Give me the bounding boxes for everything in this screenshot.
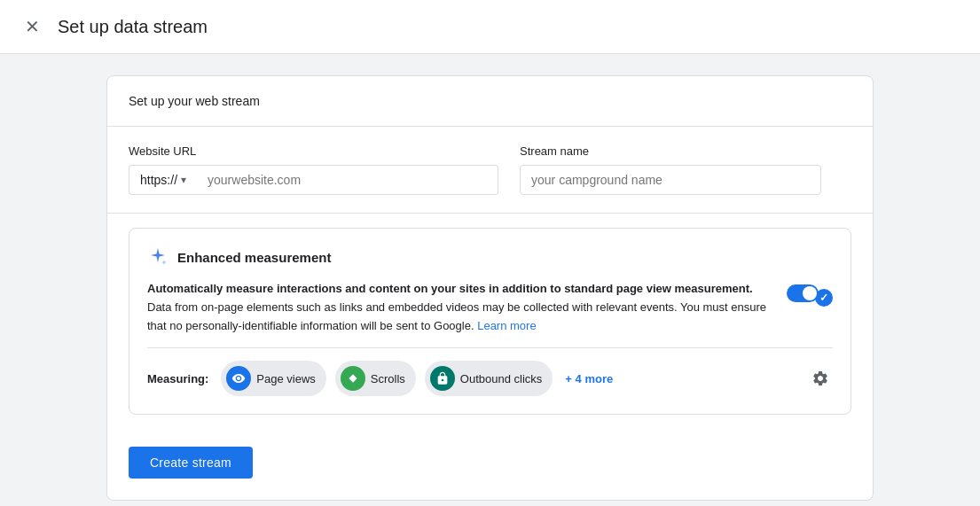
chip-page-views: Page views [221, 361, 325, 396]
chip-label-outbound-clicks: Outbound clicks [460, 372, 543, 385]
chip-scrolls: Scrolls [335, 361, 416, 396]
chip-label-page-views: Page views [256, 372, 315, 385]
url-input[interactable] [197, 165, 498, 195]
chip-outbound-clicks: Outbound clicks [425, 361, 553, 396]
card-section-label: Set up your web stream [107, 76, 873, 127]
stream-name-label: Stream name [520, 144, 821, 158]
enhanced-toggle[interactable] [787, 284, 819, 302]
chip-label-scrolls: Scrolls [371, 372, 405, 385]
url-field-row: https:// ▾ [129, 165, 498, 195]
protocol-value: https:// [140, 173, 177, 187]
card-footer: Create stream [107, 429, 873, 500]
enhanced-title: Enhanced measurement [177, 250, 331, 265]
settings-gear-button[interactable] [808, 366, 833, 391]
page-header: ✕ Set up data stream [0, 0, 980, 54]
measuring-label: Measuring: [147, 372, 208, 385]
page-title: Set up data stream [58, 17, 208, 37]
enhanced-description: Automatically measure interactions and c… [147, 280, 772, 335]
protocol-select[interactable]: https:// ▾ [129, 165, 197, 195]
website-url-label: Website URL [129, 144, 498, 158]
create-stream-button[interactable]: Create stream [129, 447, 253, 479]
main-content: Set up your web stream Website URL https… [0, 54, 980, 506]
setup-card: Set up your web stream Website URL https… [106, 75, 874, 501]
enhanced-desc-line2: Data from on-page elements such as links… [147, 300, 766, 332]
enhanced-measurement-section: Enhanced measurement Automatically measu… [129, 228, 851, 415]
enhanced-body: Automatically measure interactions and c… [147, 280, 833, 335]
sparkle-icon [147, 246, 169, 268]
stream-name-group: Stream name [520, 144, 821, 195]
stream-name-input[interactable] [520, 165, 821, 195]
outbound-clicks-icon [430, 366, 455, 391]
measuring-row: Measuring: Page views Scr [147, 361, 833, 396]
toggle-thumb [803, 286, 817, 300]
website-url-group: Website URL https:// ▾ [129, 144, 498, 195]
toggle-container: ✓ [787, 280, 833, 307]
scrolls-icon [341, 366, 365, 391]
enhanced-header: Enhanced measurement [147, 246, 833, 268]
page-views-icon [226, 366, 251, 391]
enhanced-desc-line1: Automatically measure interactions and c… [147, 282, 753, 295]
more-link[interactable]: + 4 more [565, 372, 613, 385]
divider [147, 347, 833, 348]
learn-more-link[interactable]: Learn more [477, 319, 536, 332]
fields-row: Website URL https:// ▾ Stream name [107, 127, 873, 214]
close-button[interactable]: ✕ [21, 14, 43, 39]
chevron-down-icon: ▾ [181, 174, 186, 186]
